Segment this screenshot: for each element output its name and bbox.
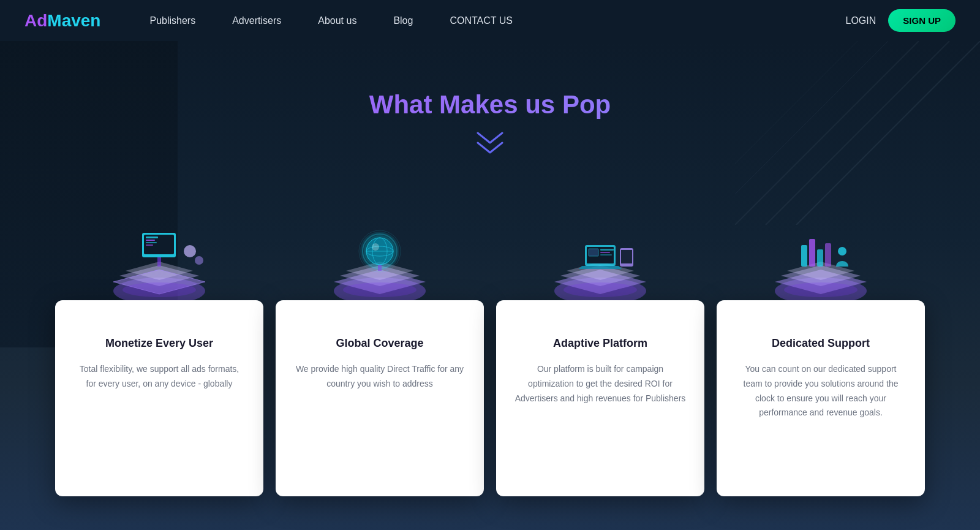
- svg-rect-49: [621, 250, 632, 263]
- chevron-down-icon: [475, 132, 505, 156]
- svg-point-15: [184, 245, 196, 257]
- svg-rect-35: [378, 265, 382, 271]
- support-icon: [760, 218, 882, 309]
- card-monetize-desc: Total flexibility, we support all ads fo…: [74, 362, 245, 392]
- svg-point-34: [343, 282, 417, 297]
- main-section: What Makes us Pop: [0, 41, 980, 530]
- navbar: AdMaven Publishers Advertisers About us …: [0, 0, 980, 41]
- svg-rect-44: [600, 249, 614, 251]
- logo[interactable]: AdMaven: [24, 11, 100, 31]
- adaptive-icon: [539, 218, 662, 309]
- logo-ad-text: Ad: [24, 11, 47, 30]
- nav-about[interactable]: About us: [318, 15, 356, 26]
- card-adaptive: Adaptive Platform Our platform is built …: [496, 300, 704, 496]
- signup-button[interactable]: SIGN UP: [888, 9, 956, 32]
- global-icon: [318, 218, 441, 309]
- card-adaptive-desc: Our platform is built for campaign optim…: [514, 362, 686, 406]
- svg-point-19: [123, 282, 196, 297]
- svg-point-16: [195, 256, 203, 265]
- svg-marker-47: [579, 266, 622, 269]
- card-support-desc: You can count on our dedicated support t…: [735, 362, 907, 420]
- nav-links: Publishers Advertisers About us Blog CON…: [149, 15, 845, 26]
- card-global-wrapper: Global Coverage We provide high quality …: [276, 218, 484, 496]
- svg-point-31: [372, 243, 379, 251]
- svg-point-60: [784, 282, 858, 297]
- svg-rect-58: [825, 243, 831, 267]
- svg-rect-57: [817, 249, 823, 267]
- card-support-wrapper: Dedicated Support You can count on our d…: [717, 218, 925, 496]
- nav-right: LOGIN SIGN UP: [846, 9, 956, 32]
- chevron-indicator: [0, 132, 980, 156]
- svg-rect-11: [146, 237, 158, 238]
- svg-rect-45: [600, 252, 610, 253]
- svg-point-50: [564, 282, 637, 297]
- svg-point-59: [838, 247, 846, 256]
- card-support: Dedicated Support You can count on our d…: [717, 300, 925, 496]
- svg-rect-17: [157, 257, 161, 267]
- card-support-title: Dedicated Support: [735, 337, 907, 350]
- svg-rect-46: [600, 254, 612, 256]
- svg-rect-55: [801, 245, 807, 267]
- card-monetize: Monetize Every User Total flexibility, w…: [55, 300, 263, 496]
- section-heading: What Makes us Pop: [0, 41, 980, 156]
- card-monetize-title: Monetize Every User: [74, 337, 245, 350]
- card-adaptive-title: Adaptive Platform: [514, 337, 686, 350]
- svg-rect-14: [146, 244, 153, 246]
- nav-advertisers[interactable]: Advertisers: [232, 15, 281, 26]
- svg-rect-13: [146, 242, 157, 243]
- login-button[interactable]: LOGIN: [846, 15, 876, 26]
- card-global-desc: We provide high quality Direct Traffic f…: [294, 362, 466, 392]
- card-adaptive-wrapper: Adaptive Platform Our platform is built …: [496, 218, 704, 496]
- logo-maven-text: Maven: [47, 11, 100, 30]
- nav-contact[interactable]: CONTACT US: [450, 15, 513, 26]
- card-global-title: Global Coverage: [294, 337, 466, 350]
- svg-rect-56: [809, 239, 815, 267]
- nav-blog[interactable]: Blog: [393, 15, 413, 26]
- section-title: What Makes us Pop: [0, 90, 980, 119]
- card-global: Global Coverage We provide high quality …: [276, 300, 484, 496]
- cards-section: Monetize Every User Total flexibility, w…: [0, 218, 980, 496]
- svg-rect-12: [146, 240, 155, 241]
- monetize-icon: [98, 218, 221, 309]
- svg-rect-42: [589, 249, 598, 256]
- card-monetize-wrapper: Monetize Every User Total flexibility, w…: [55, 218, 263, 496]
- nav-publishers[interactable]: Publishers: [149, 15, 195, 26]
